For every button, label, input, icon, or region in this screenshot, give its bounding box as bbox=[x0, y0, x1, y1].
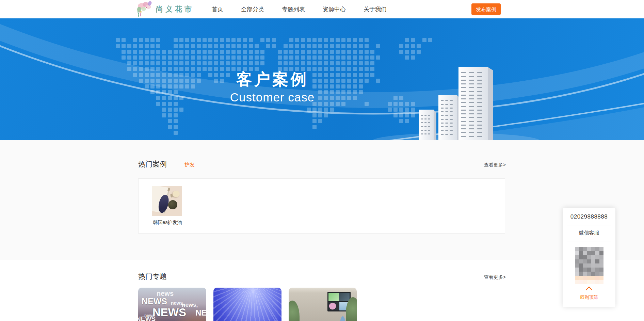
page: 尚义花市 首页 全部分类 专题列表 资源中心 关于我们 发布案例 bbox=[0, 0, 644, 321]
hero-banner: 客户案例 Customer case bbox=[0, 18, 644, 140]
hot-topics-title: 热门专题 bbox=[138, 272, 167, 281]
back-to-top-label: 回到顶部 bbox=[563, 294, 615, 301]
banner-decoration bbox=[0, 18, 644, 140]
news-overlay-word: NEWS bbox=[142, 297, 167, 306]
wechat-service-label: 微信客服 bbox=[563, 230, 615, 236]
logo[interactable]: 尚义花市 bbox=[136, 1, 194, 17]
back-to-top-button[interactable]: 回到顶部 bbox=[563, 287, 615, 301]
banner-subtitle: Customer case bbox=[230, 91, 315, 104]
plant-icon bbox=[289, 301, 300, 321]
banner-title: 客户案例 bbox=[236, 69, 308, 90]
contact-widget: 02029888888 微信客服 回到顶部 bbox=[563, 208, 615, 307]
nav-item-about[interactable]: 关于我们 bbox=[364, 5, 387, 13]
news-overlay-word: NE bbox=[195, 309, 206, 317]
news-overlay-word: news bbox=[144, 314, 155, 318]
service-phone: 02029888888 bbox=[563, 208, 615, 220]
hot-cases-title: 热门案例 bbox=[138, 159, 167, 169]
wechat-qr-image bbox=[575, 247, 603, 284]
hot-cases-section: 热门案例 护发 查看更多> 韩国es护发油 bbox=[0, 140, 644, 260]
divider bbox=[567, 241, 611, 241]
topic-card-news[interactable]: news NEWS news, news, NEWS NE NEWS news … bbox=[138, 288, 206, 321]
topic-card-classroom[interactable] bbox=[289, 288, 357, 321]
main-nav: 首页 全部分类 专题列表 资源中心 关于我们 bbox=[212, 0, 387, 18]
nav-item-resources[interactable]: 资源中心 bbox=[323, 5, 346, 13]
product-name: 韩国es护发油 bbox=[152, 220, 183, 226]
nav-item-topics[interactable]: 专题列表 bbox=[282, 5, 305, 13]
hot-cases-tag-haircare[interactable]: 护发 bbox=[184, 162, 195, 168]
logo-flower-icon bbox=[136, 1, 154, 17]
product-card[interactable]: 韩国es护发油 bbox=[152, 186, 183, 226]
hot-topics-section: 热门专题 查看更多> news NEWS news, news, NEWS NE… bbox=[0, 260, 644, 321]
topic-card-concert[interactable] bbox=[213, 288, 281, 321]
product-image bbox=[152, 186, 182, 216]
nav-item-home[interactable]: 首页 bbox=[212, 5, 223, 13]
logo-text: 尚义花市 bbox=[156, 4, 194, 14]
nav-item-categories[interactable]: 全部分类 bbox=[241, 5, 264, 13]
chevron-up-icon bbox=[585, 286, 593, 293]
topic-card-list: news NEWS news, news, NEWS NE NEWS news … bbox=[138, 288, 357, 321]
hot-topics-more-link[interactable]: 查看更多> bbox=[484, 274, 506, 280]
publish-case-button[interactable]: 发布案例 bbox=[471, 3, 501, 15]
hot-cases-panel: 韩国es护发油 bbox=[138, 178, 505, 234]
news-overlay-word: news bbox=[157, 290, 174, 297]
divider bbox=[567, 225, 611, 225]
hot-cases-more-link[interactable]: 查看更多> bbox=[484, 162, 506, 168]
news-overlay-word: NEWS bbox=[152, 307, 186, 318]
header: 尚义花市 首页 全部分类 专题列表 资源中心 关于我们 发布案例 bbox=[0, 0, 644, 18]
